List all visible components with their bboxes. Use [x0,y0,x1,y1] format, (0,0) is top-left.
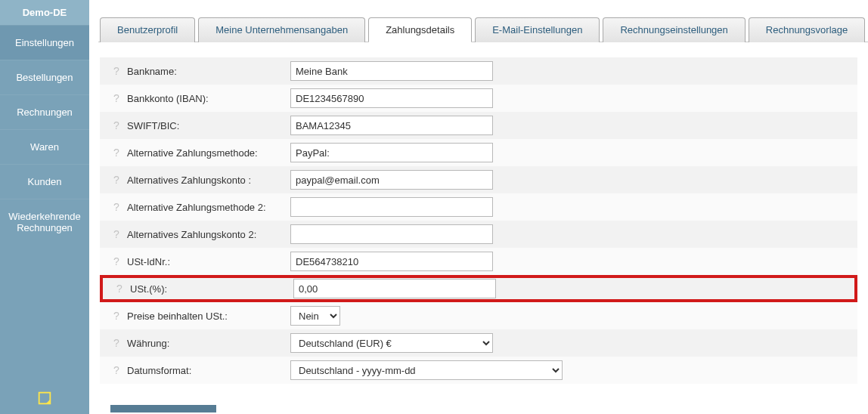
row-incvat: ?Preise beinhalten USt.: Nein [100,302,857,329]
input-altacc1[interactable] [290,170,493,190]
select-currency[interactable]: Deutschland (EUR) € [290,333,493,353]
form-rows: ?Bankname: ?Bankkonto (IBAN): ?SWIFT/BIC… [100,57,857,384]
tabs: Benutzerprofil Meine Unternehmensangaben… [98,17,868,42]
input-iban[interactable] [290,88,493,108]
row-altacc2: ?Alternatives Zahlungskonto 2: [100,221,857,248]
help-icon[interactable]: ? [110,310,122,322]
label-altpay2: Alternative Zahlungsmethode 2: [127,202,266,213]
tab-zahlungsdetails[interactable]: Zahlungsdetails [368,17,472,42]
help-icon[interactable]: ? [110,119,122,131]
sidebar-item-einstellungen[interactable]: Einstellungen [0,25,89,60]
help-icon[interactable]: ? [110,364,122,376]
row-dateformat: ?Datumsformat: Deutschland - yyyy-mm-dd [100,357,857,384]
help-icon[interactable]: ? [113,283,126,295]
label-iban: Bankkonto (IBAN): [127,93,209,104]
main: Benutzerprofil Meine Unternehmensangaben… [89,0,868,414]
label-swift: SWIFT/BIC: [127,120,179,131]
tab-unternehmensangaben[interactable]: Meine Unternehmensangaben [198,17,365,42]
label-altacc1: Alternatives Zahlungskonto : [127,175,251,186]
help-icon[interactable]: ? [110,337,122,349]
sidebar-item-bestellungen[interactable]: Bestellungen [0,60,89,94]
label-altacc2: Alternatives Zahlungskonto 2: [127,229,256,240]
save-button[interactable] [110,405,216,412]
row-altacc1: ?Alternatives Zahlungskonto : [100,166,857,193]
input-altpay2[interactable] [290,197,493,217]
tab-email-einstellungen[interactable]: E-Mail-Einstellungen [475,17,600,42]
brand: Demo-DE [0,0,89,25]
row-altpay2: ?Alternative Zahlungsmethode 2: [100,193,857,221]
help-icon[interactable]: ? [110,255,122,267]
input-ustpct[interactable] [293,279,496,298]
label-dateformat: Datumsformat: [127,365,191,376]
sidebar-item-waren[interactable]: Waren [0,129,89,164]
help-icon[interactable]: ? [110,174,122,186]
help-icon[interactable]: ? [110,201,122,213]
select-incvat[interactable]: Nein [290,306,340,326]
tab-rechnungsvorlage[interactable]: Rechnungsvorlage [749,17,865,42]
label-altpay1: Alternative Zahlungsmethode: [127,147,258,159]
tab-rechnungseinstellungen[interactable]: Rechnungseinstellungen [603,17,745,42]
sidebar-item-rechnungen[interactable]: Rechnungen [0,94,89,129]
input-altpay1[interactable] [290,143,493,162]
help-icon[interactable]: ? [110,147,122,159]
label-currency: Währung: [127,338,169,349]
label-ustpct: USt.(%): [130,283,167,295]
label-ustid: USt-IdNr.: [127,256,170,267]
help-icon[interactable]: ? [110,92,122,104]
row-iban: ?Bankkonto (IBAN): [100,85,857,112]
tab-benutzerprofil[interactable]: Benutzerprofil [100,17,195,42]
sidebar-item-kunden[interactable]: Kunden [0,164,89,199]
help-icon[interactable]: ? [110,65,122,77]
sidebar-bottom-icon[interactable] [0,382,89,414]
row-ustpct: ?USt.(%): [100,275,857,302]
row-bankname: ?Bankname: [100,57,857,85]
input-ustid[interactable] [290,252,493,271]
row-ustid: ?USt-IdNr.: [100,248,857,275]
label-incvat: Preise beinhalten USt.: [127,310,228,322]
input-altacc2[interactable] [290,224,493,244]
row-altpay1: ?Alternative Zahlungsmethode: [100,139,857,166]
sidebar: Demo-DE Einstellungen Bestellungen Rechn… [0,0,89,414]
note-icon [36,390,53,406]
input-bankname[interactable] [290,61,493,81]
input-swift[interactable] [290,116,493,135]
row-currency: ?Währung: Deutschland (EUR) € [100,329,857,357]
row-swift: ?SWIFT/BIC: [100,112,857,139]
help-icon[interactable]: ? [110,228,122,240]
select-dateformat[interactable]: Deutschland - yyyy-mm-dd [290,360,563,380]
label-bankname: Bankname: [127,66,177,77]
sidebar-item-wiederkehrende[interactable]: Wiederkehrende Rechnungen [0,199,89,245]
